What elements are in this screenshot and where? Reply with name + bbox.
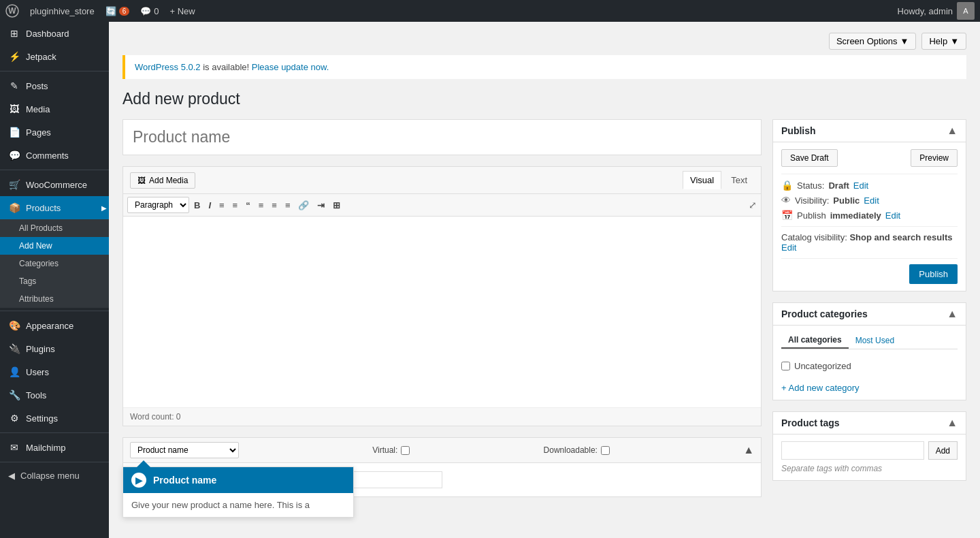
indent-button[interactable]: ⇥ — [314, 198, 328, 212]
adminbar-comments[interactable]: 💬 0 — [140, 6, 159, 16]
submenu-categories[interactable]: Categories — [0, 255, 109, 272]
schedule-icon: 📅 — [781, 210, 793, 221]
category-checkbox-uncategorized[interactable] — [781, 362, 790, 370]
product-name-input[interactable] — [122, 119, 762, 155]
sidebar-item-label: Dashboard — [26, 29, 69, 39]
sidebar-item-mailchimp[interactable]: ✉ Mailchimp — [0, 436, 109, 459]
most-used-tab[interactable]: Most Used — [849, 332, 901, 349]
product-data-collapse[interactable]: ▲ — [743, 444, 754, 456]
sidebar-item-jetpack[interactable]: ⚡ Jetpack — [0, 45, 109, 68]
format-select[interactable]: Paragraph — [127, 197, 189, 213]
sidebar-item-woocommerce[interactable]: 🛒 WooCommerce — [0, 173, 109, 196]
media-icon: 🖼 — [8, 103, 20, 115]
updates-icon: 🔄 — [105, 6, 116, 16]
svg-text:W: W — [8, 6, 16, 16]
status-icon: 🔒 — [781, 180, 793, 191]
publish-toggle-button[interactable]: ▲ — [947, 125, 958, 136]
product-categories-panel: Product categories ▲ All categories Most… — [772, 302, 966, 400]
sidebar-item-posts[interactable]: ✎ Posts — [0, 74, 109, 97]
admin-sidebar: ⊞ Dashboard ⚡ Jetpack ✎ Posts 🖼 Media 📄 … — [0, 22, 109, 538]
catalog-visibility: Catalog visibility: Shop and search resu… — [781, 232, 958, 253]
help-button[interactable]: Help ▼ — [921, 33, 966, 50]
sidebar-item-pages[interactable]: 📄 Pages — [0, 121, 109, 144]
sidebar-item-label: Jetpack — [26, 52, 56, 62]
sidebar-item-label: Appearance — [26, 321, 74, 331]
table-button[interactable]: ⊞ — [329, 198, 344, 212]
editor-topbar: 🖼 Add Media Visual Text — [123, 167, 761, 194]
adminbar-wp-logo[interactable]: W — [5, 4, 19, 18]
unordered-list-button[interactable]: ≡ — [216, 198, 228, 212]
sidebar-item-comments[interactable]: 💬 Comments — [0, 144, 109, 167]
ordered-list-button[interactable]: ≡ — [229, 198, 242, 212]
adminbar-updates[interactable]: 🔄 6 — [105, 6, 130, 16]
adminbar-new[interactable]: + New — [169, 6, 195, 16]
tags-hint: Separate tags with commas — [781, 464, 958, 473]
update-now-link[interactable]: Please update now. — [252, 62, 329, 72]
sidebar-item-settings[interactable]: ⚙ Settings — [0, 407, 109, 430]
schedule-edit-link[interactable]: Edit — [885, 210, 900, 221]
publish-panel: Publish ▲ Save Draft Preview 🔒 Status: D… — [772, 119, 966, 291]
wordpress-version-link[interactable]: WordPress 5.0.2 — [135, 62, 201, 72]
editor-toolbar: Paragraph B I ≡ ≡ “ ≡ ≡ ≡ 🔗 ⇥ ⊞ ⤢ — [123, 194, 761, 217]
add-new-category-link[interactable]: + Add new category — [781, 383, 958, 393]
sidebar-item-media[interactable]: 🖼 Media — [0, 97, 109, 121]
align-center-button[interactable]: ≡ — [268, 198, 280, 212]
categories-toggle-button[interactable]: ▲ — [947, 308, 958, 319]
categories-panel-header: Product categories ▲ — [773, 303, 966, 326]
product-type-select[interactable]: Product name — [130, 442, 239, 458]
notice-text: is available! — [203, 62, 252, 72]
catalog-edit-link[interactable]: Edit — [781, 242, 796, 253]
tooltip-arrow — [137, 460, 150, 467]
align-right-button[interactable]: ≡ — [282, 198, 294, 212]
preview-button[interactable]: Preview — [911, 149, 958, 167]
posts-icon: ✎ — [8, 80, 20, 92]
tooltip-body: Give your new product a name here. This … — [123, 493, 353, 517]
help-chevron: ▼ — [950, 36, 959, 46]
visibility-edit-link[interactable]: Edit — [864, 195, 879, 206]
submenu-add-new[interactable]: Add New — [0, 237, 109, 255]
sidebar-item-appearance[interactable]: 🎨 Appearance — [0, 314, 109, 337]
editor-body[interactable] — [123, 217, 761, 407]
submenu-all-products[interactable]: All Products — [0, 219, 109, 237]
settings-icon: ⚙ — [8, 412, 20, 424]
category-item-uncategorized: Uncategorized — [781, 359, 958, 373]
text-tab[interactable]: Text — [724, 171, 754, 189]
sidebar-item-label: Plugins — [26, 344, 55, 354]
all-categories-tab[interactable]: All categories — [781, 332, 849, 349]
screen-options-button[interactable]: Screen Options ▼ — [829, 33, 916, 50]
page-title: Add new product — [122, 90, 966, 108]
expand-editor-button[interactable]: ⤢ — [749, 200, 757, 210]
sidebar-item-label: Products — [26, 203, 61, 213]
sidebar-item-label: Posts — [26, 81, 48, 91]
adminbar-site-name[interactable]: pluginhive_store — [30, 6, 95, 16]
submenu-tags[interactable]: Tags — [0, 272, 109, 290]
status-edit-link[interactable]: Edit — [853, 180, 868, 191]
submenu-attributes[interactable]: Attributes — [0, 290, 109, 308]
add-media-button[interactable]: 🖼 Add Media — [130, 172, 195, 189]
save-draft-button[interactable]: Save Draft — [781, 149, 838, 167]
publish-status: 🔒 Status: Draft Edit — [781, 180, 958, 191]
submenu-label: Categories — [19, 259, 59, 268]
align-left-button[interactable]: ≡ — [255, 198, 267, 212]
virtual-checkbox[interactable] — [401, 446, 410, 455]
mailchimp-icon: ✉ — [8, 441, 20, 454]
sidebar-item-users[interactable]: 👤 Users — [0, 360, 109, 383]
tags-toggle-button[interactable]: ▲ — [947, 417, 958, 428]
add-tag-button[interactable]: Add — [928, 441, 958, 460]
visual-tab[interactable]: Visual — [683, 171, 721, 189]
tooltip-icon: ▶ — [131, 473, 146, 488]
sidebar-item-plugins[interactable]: 🔌 Plugins — [0, 337, 109, 360]
downloadable-checkbox[interactable] — [601, 446, 610, 455]
publish-button[interactable]: Publish — [909, 264, 958, 284]
sidebar-item-products[interactable]: 📦 Products ▶ — [0, 196, 109, 219]
blockquote-button[interactable]: “ — [242, 198, 254, 212]
appearance-icon: 🎨 — [8, 319, 20, 332]
sidebar-item-dashboard[interactable]: ⊞ Dashboard — [0, 22, 109, 45]
sidebar-item-tools[interactable]: 🔧 Tools — [0, 383, 109, 407]
collapse-menu-button[interactable]: ◀ Collapse menu — [0, 465, 109, 486]
bold-button[interactable]: B — [191, 198, 203, 212]
adminbar-howdy: Howdy, admin A — [898, 2, 975, 20]
link-button[interactable]: 🔗 — [295, 198, 312, 212]
italic-button[interactable]: I — [205, 198, 214, 212]
tags-input[interactable] — [781, 441, 924, 460]
